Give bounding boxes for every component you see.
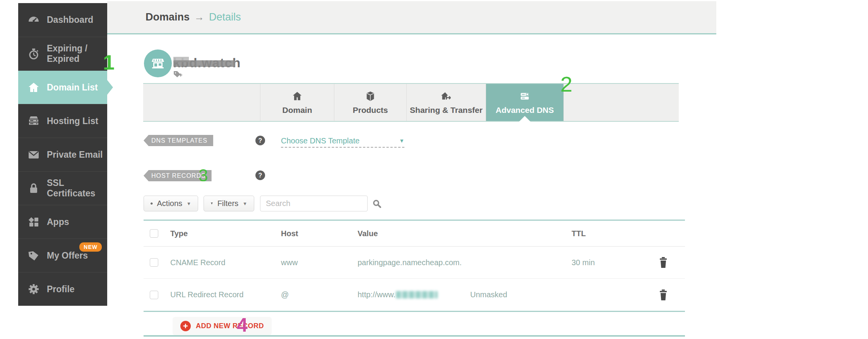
new-badge: NEW [79,242,102,252]
padlock-icon [27,182,40,195]
add-new-record-label: ADD NEW RECORD [196,322,264,330]
domain-tabs-bar: Domain Products Sharing & Transfer Advan… [143,83,679,122]
breadcrumb-domains-link[interactable]: Domains [146,11,190,23]
column-header-type: Type [170,229,281,238]
choose-dns-template-dropdown[interactable]: Choose DNS Template ▼ [281,135,404,148]
record-value: parkingpage.namecheap.com. [358,258,572,267]
add-new-record-button[interactable]: + ADD NEW RECORD [173,317,272,335]
search-icon[interactable] [372,199,382,208]
record-host: @ [281,290,358,299]
sidebar-item-label: Profile [47,284,75,295]
sidebar-item-domain-list[interactable]: Domain List [18,70,107,104]
sidebar-item-label: SSL Certificates [47,178,107,199]
table-row: URL Redirect Record @ http://www. Unmask… [144,279,685,311]
record-value: http://www. Unmasked [358,290,572,299]
column-header-host: Host [281,229,358,238]
table-header-row: Type Host Value TTL [144,221,685,247]
column-header-ttl: TTL [572,229,658,238]
sidebar-nav: Dashboard Expiring / Expired Domain List… [18,3,107,306]
tab-sharing-transfer[interactable]: Sharing & Transfer [406,84,486,121]
dashboard-icon [27,14,40,27]
help-icon[interactable]: ? [255,170,265,180]
annotation-step-4: 4 [237,315,248,335]
dns-server-icon [519,90,531,102]
domain-avatar [144,49,172,77]
play-circle-icon [151,199,153,208]
home-icon [291,90,303,102]
sidebar-item-my-offers[interactable]: My Offers NEW [18,238,107,272]
server-icon [27,114,40,128]
redirect-mode-label: Unmasked [470,290,507,299]
annotation-step-3: 3 [199,167,208,184]
sidebar-item-label: Hosting List [47,116,98,126]
sidebar-item-label: Expiring / Expired [47,43,107,64]
chevron-down-icon: ▼ [187,201,191,206]
sidebar-item-expiring-expired[interactable]: Expiring / Expired [18,37,107,70]
delete-record-icon[interactable] [658,289,669,301]
dropdown-label: Choose DNS Template [281,136,360,145]
annotation-step-1: 1 [103,52,115,73]
storefront-icon [150,55,166,72]
price-tag-icon [27,249,40,262]
sidebar-item-label: Apps [47,217,69,227]
sidebar-item-apps[interactable]: Apps [18,205,107,238]
actions-label: Actions [157,199,183,208]
delete-record-icon[interactable] [658,257,669,268]
tab-label: Domain [282,106,312,115]
tab-label: Products [353,106,388,115]
search-input[interactable] [260,199,372,208]
sidebar-item-profile[interactable]: Profile [18,272,107,306]
help-icon[interactable]: ? [255,136,265,145]
actions-button[interactable]: Actions ▼ [144,196,198,211]
home-icon [27,81,40,94]
chevron-down-icon: ▼ [399,138,404,144]
stopwatch-icon [27,47,40,60]
redaction-bar [173,60,235,67]
tab-advanced-dns[interactable]: Advanced DNS [486,84,564,121]
record-value-prefix: http://www. [358,290,395,299]
record-type: CNAME Record [170,258,281,267]
funnel-icon [211,199,213,208]
box-icon [365,90,376,102]
sidebar-item-dashboard[interactable]: Dashboard [18,3,107,37]
sidebar-item-label: Private Email [47,150,103,160]
sidebar-item-hosting-list[interactable]: Hosting List [18,104,107,138]
sidebar-item-label: Domain List [47,82,98,93]
namecheap-domain-details-page: Domains → Details Dashboard Expiring / E… [0,0,868,339]
record-ttl: 30 min [572,258,658,267]
record-host: www [281,258,358,267]
tab-label: Advanced DNS [496,106,554,115]
breadcrumb-bar: Domains → Details [107,1,716,34]
sidebar-item-label: Dashboard [47,15,93,25]
tab-domain[interactable]: Domain [260,84,334,121]
search-box [260,196,368,211]
chevron-down-icon: ▼ [243,201,247,206]
table-row: CNAME Record www parkingpage.namecheap.c… [144,247,685,279]
row-checkbox[interactable] [150,258,158,267]
gear-icon [27,283,40,296]
sidebar-item-private-email[interactable]: Private Email [18,138,107,171]
select-all-checkbox[interactable] [150,229,158,238]
house-arrow-icon [440,90,452,102]
redacted-value-blur [396,291,438,298]
sidebar-item-ssl-certificates[interactable]: SSL Certificates [18,171,107,205]
tab-label: Sharing & Transfer [410,106,483,115]
breadcrumb-current: Details [209,11,241,23]
filters-button[interactable]: Filters ▼ [204,196,254,211]
record-type: URL Redirect Record [170,290,281,299]
tab-products[interactable]: Products [334,84,406,121]
host-records-table: Type Host Value TTL CNAME Record www par… [144,220,685,312]
plus-circle-icon: + [180,321,191,331]
dns-templates-badge: DNS TEMPLATES [144,135,213,146]
apps-grid-icon [27,215,40,228]
envelope-icon [27,148,40,161]
section-divider [144,335,685,337]
filters-label: Filters [217,199,238,208]
sidebar-item-label: My Offers [47,250,88,261]
annotation-step-2: 2 [560,73,572,95]
row-checkbox[interactable] [150,291,158,299]
column-header-value: Value [358,229,572,238]
add-tag-icon[interactable] [173,70,183,79]
breadcrumb-arrow: → [194,11,204,23]
